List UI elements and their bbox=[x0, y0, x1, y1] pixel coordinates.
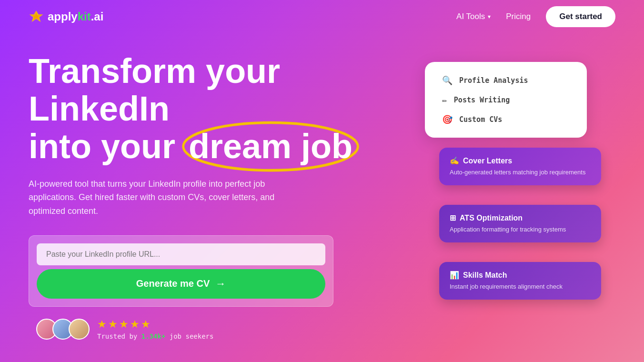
generate-cv-button[interactable]: Generate me CV → bbox=[37, 269, 325, 299]
navigation: applykit.ai AI Tools ▾ Pricing Get start… bbox=[0, 0, 644, 33]
logo[interactable]: applykit.ai bbox=[29, 9, 103, 24]
cover-letters-card: ✍️ Cover Letters Auto-generated letters … bbox=[439, 148, 601, 185]
search-icon: 🔍 bbox=[442, 75, 453, 85]
profile-features-card: 🔍 Profile Analysis ✏️ Posts Writing 🎯 Cu… bbox=[425, 62, 587, 138]
pricing-link[interactable]: Pricing bbox=[506, 12, 531, 21]
arrow-icon: → bbox=[215, 278, 226, 290]
avatar bbox=[69, 319, 90, 340]
list-item: ✏️ Posts Writing bbox=[442, 95, 570, 105]
url-input-box: Generate me CV → bbox=[29, 235, 333, 307]
ai-tools-link[interactable]: AI Tools ▾ bbox=[456, 12, 491, 21]
list-item: 🎯 Custom CVs bbox=[442, 114, 570, 124]
cover-letters-title: ✍️ Cover Letters bbox=[450, 156, 591, 165]
cover-letters-description: Auto-generated letters matching job requ… bbox=[450, 168, 591, 177]
hero-right: 🔍 Profile Analysis ✏️ Posts Writing 🎯 Cu… bbox=[333, 52, 615, 340]
skills-icon: 📊 bbox=[450, 271, 459, 280]
trust-count: 1.34k+ bbox=[141, 332, 166, 340]
hero-section: Transform your LinkedIn into your dream … bbox=[0, 33, 644, 340]
trust-text: ★ ★ ★ ★ ★ Trusted by 1.34k+ job seekers bbox=[97, 318, 213, 340]
ats-description: Application formatting for tracking syst… bbox=[450, 225, 591, 234]
hero-left: Transform your LinkedIn into your dream … bbox=[29, 52, 333, 340]
chevron-down-icon: ▾ bbox=[488, 13, 491, 20]
ats-optimization-card: ⊞ ATS Optimization Application formattin… bbox=[439, 205, 601, 242]
skills-description: Instant job requirements alignment check bbox=[450, 282, 591, 291]
skills-title: 📊 Skills Match bbox=[450, 271, 591, 280]
hero-description: AI-powered tool that turns your LinkedIn… bbox=[29, 177, 276, 218]
star-icon: ★ bbox=[119, 318, 129, 331]
hero-title: Transform your LinkedIn into your dream … bbox=[29, 52, 333, 166]
star-icon: ★ bbox=[130, 318, 140, 331]
star-rating: ★ ★ ★ ★ ★ bbox=[97, 318, 213, 331]
linkedin-url-input[interactable] bbox=[37, 243, 325, 265]
list-item: 🔍 Profile Analysis bbox=[442, 75, 570, 85]
profile-features-list: 🔍 Profile Analysis ✏️ Posts Writing 🎯 Cu… bbox=[442, 75, 570, 124]
target-icon: 🎯 bbox=[442, 114, 453, 124]
cover-letters-icon: ✍️ bbox=[450, 156, 459, 165]
nav-links: AI Tools ▾ Pricing Get started bbox=[456, 6, 615, 27]
ats-title: ⊞ ATS Optimization bbox=[450, 213, 591, 222]
star-icon: ★ bbox=[141, 318, 151, 331]
trust-section: ★ ★ ★ ★ ★ Trusted by 1.34k+ job seekers bbox=[29, 318, 333, 340]
edit-icon: ✏️ bbox=[442, 95, 447, 105]
star-icon: ★ bbox=[97, 318, 107, 331]
ats-icon: ⊞ bbox=[450, 213, 456, 222]
star-icon: ★ bbox=[108, 318, 118, 331]
skills-match-card: 📊 Skills Match Instant job requirements … bbox=[439, 262, 601, 300]
logo-text: applykit.ai bbox=[48, 10, 103, 23]
avatar-group bbox=[36, 319, 90, 340]
dream-job-highlight: dream job bbox=[189, 128, 352, 165]
get-started-button[interactable]: Get started bbox=[546, 6, 615, 27]
trust-label: Trusted by 1.34k+ job seekers bbox=[97, 332, 213, 340]
logo-icon bbox=[29, 9, 44, 24]
